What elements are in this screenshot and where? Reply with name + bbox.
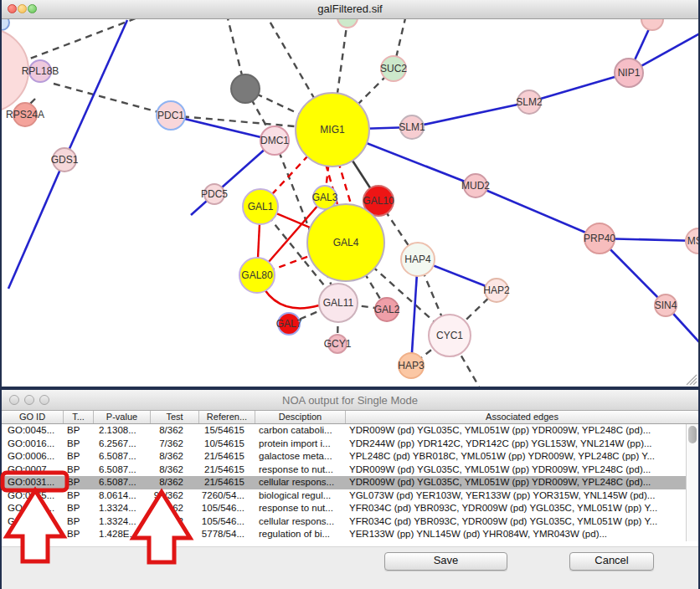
node-label-GAL3: GAL3 bbox=[312, 192, 338, 203]
cell-associated: YDR009W (pd) YGL035C, YML051W (pp) YDR00… bbox=[346, 464, 698, 477]
cell-reference: 105/546... bbox=[199, 515, 255, 529]
cell-test: 8/362 bbox=[151, 476, 199, 489]
column-header-3[interactable]: Test bbox=[151, 411, 199, 423]
table-row[interactable]: GO:0065...BP8.0614...94/3627260/54...bio… bbox=[2, 489, 698, 503]
cell-associated: YDR244W (pp) YDR142C, YDR142C (pp) YGL15… bbox=[346, 438, 698, 451]
network-edge-red-dash bbox=[338, 161, 352, 207]
node-label-GAL4: GAL4 bbox=[333, 237, 359, 248]
node-label-SLM2: SLM2 bbox=[516, 96, 543, 108]
cancel-button[interactable]: Cancel bbox=[569, 552, 654, 571]
node-label-GAL1: GAL1 bbox=[248, 201, 274, 213]
cell-associated: YER133W (pp) YNL145W (pd) YHR084W, YMR04… bbox=[346, 528, 698, 541]
cell-p_value: 1.3324... bbox=[94, 502, 151, 515]
cell-p_value: 6.5087... bbox=[94, 464, 151, 477]
cell-reference: 5778/54... bbox=[199, 528, 255, 541]
cell-test: 8/362 bbox=[151, 424, 199, 438]
cell-go_id: GO:0050... bbox=[2, 528, 64, 541]
node-label-SIN4: SIN4 bbox=[655, 300, 677, 311]
table-row[interactable]: GO:0016...BP6.2567...7/36210/54615protei… bbox=[2, 438, 698, 451]
node-label-GCY1: GCY1 bbox=[324, 338, 352, 350]
table-row[interactable]: GO:0050...BP1.428E...80/3625778/54...reg… bbox=[2, 528, 698, 541]
node-label-HAP4: HAP4 bbox=[404, 254, 431, 265]
cell-reference: 105/546... bbox=[199, 502, 255, 515]
network-titlebar[interactable]: galFiltered.sif bbox=[2, 0, 698, 19]
cell-p_value: 6.2567... bbox=[94, 438, 151, 451]
cell-p_value: 1.3324... bbox=[94, 515, 151, 529]
cell-reference: 21/54615 bbox=[199, 464, 255, 477]
node-label-PDC1: PDC1 bbox=[157, 110, 184, 121]
column-header-6[interactable]: Associated edges bbox=[346, 411, 698, 423]
cell-associated: YDR009W (pd) YGL035C, YML051W (pp) YDR00… bbox=[346, 424, 698, 438]
cell-description: carbon cataboli... bbox=[255, 424, 346, 438]
node-label-SUC2: SUC2 bbox=[380, 63, 407, 74]
network-canvas[interactable]: RPL18BRPS24AGDS1PDC1PDC5DMC1SUC2MIG1SLM1… bbox=[2, 0, 698, 387]
cell-associated: YPL248C (pd) YBR018C, YML051W (pp) YDR00… bbox=[346, 450, 698, 464]
node-label-RPL18B: RPL18B bbox=[22, 65, 59, 77]
network-window: RPL18BRPS24AGDS1PDC1PDC5DMC1SUC2MIG1SLM1… bbox=[2, 0, 698, 387]
cell-test: 8/362 bbox=[151, 464, 199, 477]
table-footer-strip bbox=[2, 541, 698, 547]
cell-type: BP bbox=[64, 424, 94, 438]
node-label-HAP3: HAP3 bbox=[398, 360, 425, 371]
cell-p_value: 2.1308... bbox=[94, 424, 151, 438]
node-label-RPS24A: RPS24A bbox=[6, 109, 44, 120]
column-header-0[interactable]: GO ID bbox=[2, 411, 64, 423]
node-label-CYC1: CYC1 bbox=[436, 330, 463, 341]
noa-output-window: NOA output for Single Mode GO IDT...P-va… bbox=[2, 390, 698, 589]
cell-go_id: GO:0045... bbox=[2, 424, 64, 438]
noa-titlebar[interactable]: NOA output for Single Mode bbox=[2, 390, 698, 411]
network-edge-blue bbox=[529, 73, 629, 102]
table-body[interactable]: GO:0045...BP2.1308...8/36215/54615carbon… bbox=[2, 424, 698, 541]
vertical-scrollbar[interactable] bbox=[686, 424, 698, 541]
column-header-2[interactable]: P-value bbox=[94, 411, 151, 423]
table-header[interactable]: GO IDT...P-valueTestReferen...Desciption… bbox=[2, 411, 698, 424]
cell-description: cellular respons... bbox=[255, 476, 346, 489]
node-label-SLM1: SLM1 bbox=[399, 121, 425, 133]
table-row-selected[interactable]: GO:0031...BP6.5087...8/36221/54615cellul… bbox=[2, 476, 698, 489]
network-edge-blue bbox=[476, 186, 600, 238]
cell-go_id: GO:0031... bbox=[2, 515, 64, 529]
node-label-HAP2: HAP2 bbox=[483, 284, 510, 296]
table-row[interactable]: GO:0007...BP6.5087...8/36221/54615respon… bbox=[2, 464, 698, 477]
save-button[interactable]: Save bbox=[384, 552, 507, 571]
cell-reference: 21/54615 bbox=[199, 450, 255, 464]
cell-type: BP bbox=[64, 438, 94, 451]
cell-test: 7/362 bbox=[151, 438, 199, 451]
cell-description: regulation of bi... bbox=[255, 528, 346, 541]
table-row[interactable]: GO:0031...BP1.3324...11/362105/546...cel… bbox=[2, 515, 698, 529]
cell-description: protein import i... bbox=[255, 438, 346, 451]
network-edge-blue bbox=[412, 102, 529, 127]
node-label-PDC5: PDC5 bbox=[201, 188, 228, 200]
cell-type: BP bbox=[64, 502, 94, 515]
column-header-5[interactable]: Desciption bbox=[255, 411, 346, 423]
cell-type: BP bbox=[64, 464, 94, 477]
table-row[interactable]: GO:0006...BP6.5087...8/36221/54615galact… bbox=[2, 450, 698, 464]
cell-test: 11/362 bbox=[151, 502, 199, 515]
node-label-GAL2: GAL2 bbox=[374, 304, 400, 315]
cell-go_id: GO:0006... bbox=[2, 450, 64, 464]
resize-grip[interactable] bbox=[690, 378, 697, 385]
cell-p_value: 6.5087... bbox=[94, 450, 151, 464]
network-edge-blue bbox=[8, 160, 64, 289]
cell-reference: 10/54615 bbox=[199, 438, 255, 451]
network-window-title: galFiltered.sif bbox=[2, 3, 698, 15]
cell-p_value: 8.0614... bbox=[94, 489, 151, 503]
node-unlabeled[interactable] bbox=[231, 74, 260, 103]
column-header-4[interactable]: Referen... bbox=[199, 411, 255, 423]
cell-go_id: GO:0031... bbox=[2, 476, 64, 489]
cell-test: 94/362 bbox=[151, 489, 199, 503]
network-edge-dash bbox=[54, 84, 171, 115]
node-label-GAL10: GAL10 bbox=[363, 195, 394, 207]
resize-grip[interactable] bbox=[693, 382, 697, 385]
cell-p_value: 1.428E... bbox=[94, 528, 151, 541]
cell-description: response to nut... bbox=[255, 502, 346, 515]
cell-associated: YFR034C (pd) YBR093C, YDR009W (pd) YGL03… bbox=[346, 502, 698, 515]
scrollbar-thumb[interactable] bbox=[688, 426, 697, 443]
cell-description: galactose meta... bbox=[255, 450, 346, 464]
cell-p_value: 6.5087... bbox=[94, 476, 151, 489]
column-header-1[interactable]: T... bbox=[64, 411, 94, 423]
table-row[interactable]: GO:0045...BP2.1308...8/36215/54615carbon… bbox=[2, 424, 698, 438]
node-label-DMC1: DMC1 bbox=[260, 135, 289, 146]
cell-reference: 7260/54... bbox=[199, 489, 255, 503]
table-row[interactable]: GO:0031...BP1.3324...11/362105/546...res… bbox=[2, 502, 698, 515]
